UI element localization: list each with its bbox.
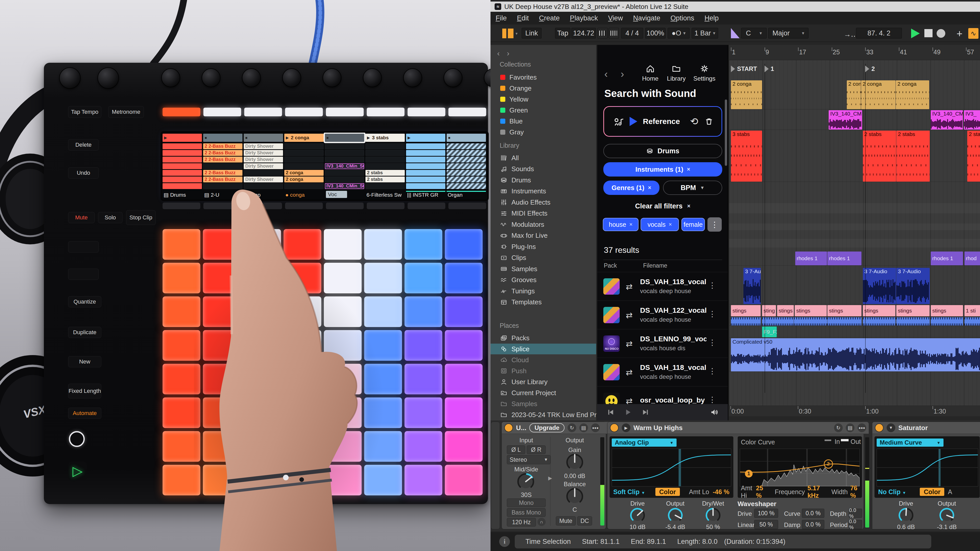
clip-slot[interactable]: 2 2-Bass Buzz xyxy=(203,150,242,156)
clip-slot[interactable] xyxy=(447,183,486,189)
reference-play-button[interactable] xyxy=(630,117,637,126)
clip-iv3[interactable]: IV3_140_CM xyxy=(829,110,862,130)
device-activator[interactable] xyxy=(610,424,619,432)
clip-audio7[interactable]: 3 7-Au xyxy=(743,268,761,304)
clip-slot[interactable] xyxy=(284,157,324,162)
clip-conga[interactable]: 2 conga xyxy=(731,80,762,109)
pack-artwork[interactable]: NU DISCO xyxy=(603,335,620,352)
clip-conga[interactable]: 2 conga xyxy=(861,80,896,109)
result-kebab-icon[interactable]: ⋮ xyxy=(708,367,716,375)
menu-edit[interactable]: Edit xyxy=(517,14,529,22)
shaper-curve-graph[interactable] xyxy=(612,449,731,486)
remove-filter-icon[interactable]: × xyxy=(687,166,690,173)
library-instruments[interactable]: Instruments xyxy=(490,186,596,197)
arrangement-marker-start[interactable]: START xyxy=(731,64,757,74)
clip-slot[interactable] xyxy=(162,150,202,156)
place-push[interactable]: Push xyxy=(490,365,596,376)
bpm-filter-pill[interactable]: BPM▼ xyxy=(663,181,722,195)
encoder-knob[interactable] xyxy=(282,68,301,87)
result-kebab-icon[interactable]: ⋮ xyxy=(708,310,716,318)
clip-slot[interactable] xyxy=(366,157,405,162)
clip-slot[interactable]: Dirty Shower xyxy=(244,150,283,156)
panel-scrollbar[interactable] xyxy=(725,100,727,166)
clip-pattern[interactable] xyxy=(896,318,930,326)
menu-file[interactable]: File xyxy=(496,14,507,22)
clip-slot[interactable] xyxy=(447,163,486,169)
mono-button[interactable]: Mono xyxy=(507,499,546,507)
result-kebab-icon[interactable]: ⋮ xyxy=(708,395,716,404)
clip-stabs[interactable]: 2 sta xyxy=(967,130,980,182)
mute-button[interactable]: Mute xyxy=(556,516,576,526)
ws-curve-value[interactable]: 0.0 % xyxy=(802,509,824,518)
result-filename[interactable]: osr_vocal_loop_by xyxy=(640,396,706,404)
transport-arrangement-position[interactable]: 87. 4. 2 xyxy=(856,28,902,38)
clip-slot[interactable] xyxy=(162,143,202,149)
result-filename[interactable]: DS_LENNO_99_voc xyxy=(640,335,706,343)
more-tags-kebab[interactable]: ⋮ xyxy=(708,218,722,232)
dc-button[interactable]: DC xyxy=(577,516,592,526)
drive-knob[interactable]: Drive10 dB xyxy=(622,500,653,530)
headphone-icon[interactable]: ∩ xyxy=(538,518,546,526)
result-filename[interactable]: DS_VAH_118_vocal xyxy=(640,278,706,286)
drywet-knob[interactable]: Dry/Wet50 % xyxy=(698,500,729,530)
saturator-curve-graph[interactable] xyxy=(877,449,978,486)
transport-time-signature[interactable]: 4 / 4 xyxy=(621,28,643,38)
clip-stabs[interactable]: 2 stabs xyxy=(896,130,930,182)
clip-slot-header[interactable]: ■ xyxy=(447,134,486,142)
clip-slot[interactable] xyxy=(406,176,445,183)
transport-quantize-menu-icon[interactable] xyxy=(609,28,619,38)
instruments-filter-pill[interactable]: Instruments (1)× xyxy=(603,162,722,176)
clip-slot[interactable] xyxy=(325,150,364,156)
preview-loop-icon[interactable]: ⇄ xyxy=(626,368,633,377)
pack-artwork[interactable] xyxy=(603,307,620,323)
collection-green[interactable]: Green xyxy=(490,105,596,116)
track-name-instr-gr[interactable]: ||| INSTR GR xyxy=(407,192,438,198)
clip-slot[interactable] xyxy=(447,157,486,162)
trash-icon[interactable] xyxy=(704,116,714,127)
push-button-quantize[interactable]: Quantize xyxy=(68,296,101,307)
clip-slot[interactable] xyxy=(284,150,324,156)
device-name[interactable]: U... xyxy=(516,424,526,432)
arrangement-marker-1[interactable]: 1 xyxy=(765,64,774,74)
library-clips[interactable]: Clips xyxy=(490,252,596,263)
clip-mode-dropdown[interactable]: Soft Clip ▼ xyxy=(613,488,645,495)
skip-forward-icon[interactable] xyxy=(641,408,650,416)
clip-slot[interactable] xyxy=(284,163,324,169)
clip-slot[interactable] xyxy=(325,157,364,162)
device-activator[interactable] xyxy=(504,424,513,432)
balance-knob[interactable] xyxy=(566,487,584,506)
ws-damp-value[interactable]: 0.0 % xyxy=(802,520,824,529)
pack-artwork[interactable] xyxy=(603,278,620,295)
clip-rhodes[interactable]: rhodes 1 xyxy=(827,251,862,265)
collection-favorites[interactable]: Favorites xyxy=(490,72,596,83)
record-button[interactable] xyxy=(937,29,945,38)
clip-fx[interactable]: F9_FX xyxy=(762,327,777,337)
clip-slot[interactable]: IV3_140_CMin_SQ xyxy=(325,163,364,169)
clip-slot[interactable] xyxy=(406,157,445,162)
clip-slot-header[interactable]: ▶3 stabs xyxy=(366,134,405,142)
clip-stings[interactable]: stings xyxy=(731,305,761,316)
transport-groove-amount-icon[interactable] xyxy=(597,28,608,38)
pad-7-8[interactable] xyxy=(445,431,483,462)
remove-tag-icon[interactable]: × xyxy=(629,221,633,228)
clip-stings[interactable]: stings xyxy=(931,305,963,316)
encoder-knob[interactable] xyxy=(97,67,119,89)
clip-slot[interactable]: Dirty Shower xyxy=(244,157,283,162)
ws-linear-value[interactable]: 50 % xyxy=(754,520,778,529)
clip-stings[interactable]: stings xyxy=(863,305,896,316)
pad-8-8[interactable] xyxy=(445,465,483,495)
result-row[interactable]: ⇄DS_VAH_122_vocalvocals deep house⋮ xyxy=(597,300,729,329)
push-button-unlabeled[interactable] xyxy=(68,268,99,280)
nav-settings[interactable]: Settings xyxy=(692,64,717,85)
push-button-fixed-length[interactable]: Fixed Length xyxy=(68,384,101,399)
clip-slot[interactable] xyxy=(406,143,445,149)
clip-slot[interactable]: 2 2-Bass Buzz xyxy=(203,143,242,149)
collection-blue[interactable]: Blue xyxy=(490,116,596,127)
curve-point-1[interactable]: 1 xyxy=(745,470,752,478)
phase-left-button[interactable]: Ø L xyxy=(507,445,525,454)
pad-5-8[interactable] xyxy=(445,364,483,394)
place-user-library[interactable]: User Library xyxy=(490,376,596,387)
display-top-button[interactable] xyxy=(449,108,486,116)
result-row[interactable]: ⇄DS_VAH_118_vocalvocals deep house⋮ xyxy=(597,272,729,300)
library-modulators[interactable]: Modulators xyxy=(490,219,596,230)
